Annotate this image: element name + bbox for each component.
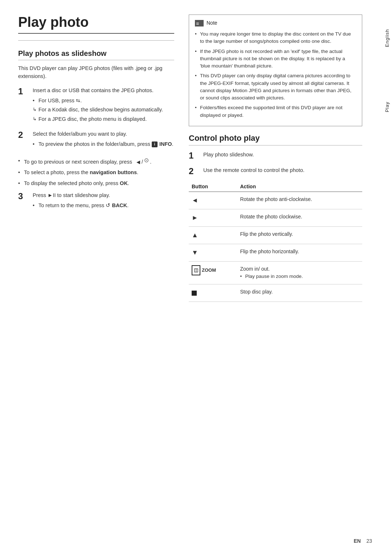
control-step-2: 2 Use the remote control to control the …	[189, 166, 362, 177]
control-step-1: 1 Play photo slideshow.	[189, 151, 362, 161]
page-title: Play photo	[18, 15, 174, 34]
up-arrow-symbol: ▲	[192, 231, 198, 239]
control-step-2-content: Use the remote control to control the ph…	[203, 166, 305, 175]
divider-1	[18, 40, 174, 41]
zoom-sub-list: Play pause in zoom mode.	[240, 273, 359, 280]
step-3: 3 Press ►II to start slideshow play. To …	[18, 191, 174, 211]
btn-down-arrow: ▼	[189, 244, 237, 262]
note-item-2: If the JPEG photo is not recorded with a…	[195, 48, 356, 70]
action-rotate-cw: Rotate the photo clockwise.	[237, 209, 362, 227]
usb-icon: ⇆	[76, 97, 80, 104]
note-title: Note	[207, 19, 217, 27]
step-1-bullets: For USB, press ⇆. For a Kodak disc, the …	[33, 97, 163, 123]
btn-up-arrow: ▲	[189, 227, 237, 244]
step-2-content: Select the folder/album you want to play…	[33, 130, 173, 150]
note-item-1: You may require longer time to display t…	[195, 30, 356, 45]
action-stop: Stop disc play.	[237, 284, 362, 301]
bottom-bullets: To go to previous or next screen display…	[18, 157, 174, 188]
action-rotate-anti: Rotate the photo anti-clockwise.	[237, 192, 362, 209]
section-intro: This DVD player can play JPEG photos (fi…	[18, 65, 174, 81]
btn-right-arrow: ►	[189, 209, 237, 227]
step-1-number: 1	[18, 86, 28, 97]
control-step-2-text: Use the remote control to control the ph…	[203, 167, 305, 173]
right-arrow-symbol: ►	[192, 214, 198, 221]
table-row: ▼ Flip the photo horizontally.	[189, 244, 362, 262]
ok-bold: OK	[120, 180, 128, 186]
info-text: INFO	[159, 141, 172, 147]
main-content: Play photo Play photos as slideshow This…	[0, 0, 380, 316]
note-icon	[195, 20, 204, 26]
note-box: Note You may require longer time to disp…	[189, 15, 362, 126]
bottom-bullet-1: To go to previous or next screen display…	[18, 157, 174, 166]
note-list: You may require longer time to display t…	[195, 30, 356, 119]
page-num: 23	[366, 538, 372, 544]
page-number: EN 23	[354, 538, 372, 544]
zoom-sub-item: Play pause in zoom mode.	[240, 273, 359, 280]
step-2-text: Select the folder/album you want to play…	[33, 131, 127, 137]
nav-bold: navigation buttons	[90, 169, 137, 175]
side-label-english: English	[384, 29, 390, 47]
control-step-1-number: 1	[189, 151, 199, 161]
step-3-text: Press ►II to start slideshow play.	[33, 192, 110, 198]
right-column: Note You may require longer time to disp…	[189, 15, 362, 302]
control-step-2-number: 2	[189, 166, 199, 177]
note-item-3: This DVD player can only display digital…	[195, 72, 356, 102]
step-1-text: Insert a disc or USB that contains the J…	[33, 87, 154, 93]
en-label: EN	[354, 538, 360, 544]
left-arrow-symbol: ◄	[192, 197, 198, 204]
step-1-arrow-2: For a JPEG disc, the photo menu is displ…	[33, 115, 163, 123]
action-zoom: Zoom in/ out. Play pause in zoom mode.	[237, 262, 362, 284]
button-action-table: Button Action ◄ Rotate the photo anti-cl…	[189, 181, 362, 301]
btn-zoom: ◫ ZOOM	[189, 262, 237, 284]
side-label-play: Play	[384, 102, 390, 112]
zoom-label: ZOOM	[202, 267, 216, 274]
back-bold: BACK	[112, 202, 127, 208]
step-3-content: Press ►II to start slideshow play. To re…	[33, 191, 128, 211]
note-header: Note	[195, 19, 356, 27]
control-section-title: Control photo play	[189, 134, 362, 145]
zoom-box-icon: ◫	[192, 265, 200, 275]
bottom-bullet-3: To display the selected photo only, pres…	[18, 180, 174, 188]
action-flip-v: Flip the photo vertically.	[237, 227, 362, 244]
zoom-symbol: ◫ ZOOM	[192, 265, 234, 275]
bottom-bullet-2: To select a photo, press the navigation …	[18, 169, 174, 177]
step-1-bullet-1: For USB, press ⇆.	[33, 97, 163, 105]
step-1-arrow-1: For a Kodak disc, the slideshow begins a…	[33, 106, 163, 114]
col-button: Button	[189, 181, 237, 192]
col-action: Action	[237, 181, 362, 192]
table-row: ◫ ZOOM Zoom in/ out. Play pause in zoom …	[189, 262, 362, 284]
step-3-bullet-1: To return to the menu, press ↺ BACK.	[33, 202, 128, 210]
step-2-bullets: To preview the photos in the folder/albu…	[33, 140, 173, 148]
control-step-1-text: Play photo slideshow.	[203, 152, 254, 157]
table-row: ◄ Rotate the photo anti-clockwise.	[189, 192, 362, 209]
table-header-row: Button Action	[189, 181, 362, 192]
section-title-slideshow: Play photos as slideshow	[18, 49, 174, 60]
info-icon: i	[152, 141, 158, 147]
side-tab: English Play	[380, 0, 392, 554]
table-row: ► Rotate the photo clockwise.	[189, 209, 362, 227]
step-1: 1 Insert a disc or USB that contains the…	[18, 86, 174, 125]
table-row: Stop disc play.	[189, 284, 362, 301]
left-column: Play photo Play photos as slideshow This…	[18, 15, 174, 302]
btn-stop	[189, 284, 237, 301]
action-flip-h: Flip the photo horizontally.	[237, 244, 362, 262]
step-3-bullets: To return to the menu, press ↺ BACK.	[33, 202, 128, 210]
step-2-number: 2	[18, 130, 28, 140]
step-2: 2 Select the folder/album you want to pl…	[18, 130, 174, 150]
btn-left-arrow: ◄	[189, 192, 237, 209]
stop-square-symbol	[192, 291, 197, 296]
note-item-4: Folders/files exceed the supported limit…	[195, 104, 356, 119]
table-row: ▲ Flip the photo vertically.	[189, 227, 362, 244]
down-arrow-symbol: ▼	[192, 249, 198, 256]
step-1-content: Insert a disc or USB that contains the J…	[33, 86, 163, 125]
control-step-1-content: Play photo slideshow.	[203, 151, 254, 159]
step-2-bullet-1: To preview the photos in the folder/albu…	[33, 140, 173, 148]
step-3-number: 3	[18, 191, 28, 202]
